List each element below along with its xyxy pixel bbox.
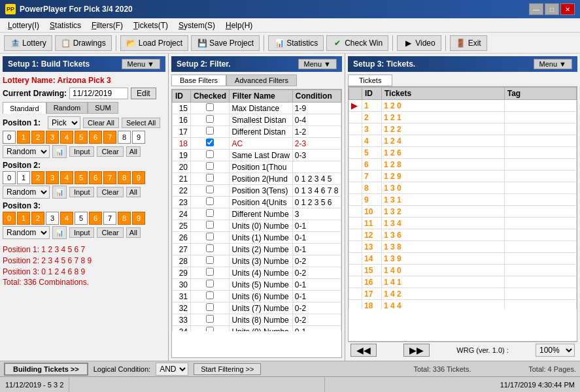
filter-checkbox[interactable] [206, 233, 214, 240]
filter-checkbox[interactable] [206, 244, 214, 252]
filter-check-cell[interactable] [191, 291, 230, 302]
filter-checkbox[interactable] [206, 256, 214, 264]
pos2-num-5[interactable]: 5 [75, 171, 88, 184]
left-panel-menu[interactable]: Menu ▼ [122, 59, 160, 69]
filter-check-cell[interactable] [191, 267, 230, 279]
toolbar-lottery[interactable]: 🏦 Lottery [4, 35, 52, 51]
filter-check-cell[interactable] [191, 314, 230, 326]
nav-first[interactable]: ◀◀ [350, 344, 377, 357]
filter-check-cell[interactable] [191, 197, 230, 208]
filter-check-cell[interactable] [191, 302, 230, 314]
nav-last[interactable]: ▶▶ [403, 344, 430, 357]
pos2-num-6[interactable]: 6 [89, 171, 102, 184]
filter-checkbox[interactable] [206, 174, 214, 182]
pos1-input-btn[interactable]: Input [69, 146, 94, 157]
filter-check-cell[interactable] [191, 208, 230, 220]
filter-checkbox[interactable] [206, 103, 214, 111]
pos2-num-0[interactable]: 0 [3, 171, 16, 184]
middle-panel-menu[interactable]: Menu ▼ [298, 59, 337, 69]
filter-checkbox[interactable] [206, 268, 214, 276]
toolbar-statistics[interactable]: 📊 Statistics [268, 35, 324, 51]
pos1-all-btn[interactable]: All [126, 146, 141, 157]
filter-checkbox[interactable] [206, 197, 214, 205]
tab-tickets[interactable]: Tickets [348, 74, 392, 86]
close-button[interactable]: ✕ [560, 3, 575, 15]
pos3-num-5[interactable]: 5 [75, 212, 88, 225]
pos1-chart-btn[interactable]: 📊 [52, 145, 67, 158]
pos1-num-3[interactable]: 3 [46, 131, 59, 144]
filter-checkbox[interactable] [206, 280, 214, 287]
filter-checkbox[interactable] [206, 291, 214, 299]
pos2-num-1[interactable]: 1 [17, 171, 30, 184]
filter-checkbox[interactable] [206, 150, 214, 158]
pos2-num-7[interactable]: 7 [103, 171, 116, 184]
tab-standard[interactable]: Standard [3, 102, 46, 114]
filter-check-cell[interactable] [191, 126, 230, 138]
filter-check-cell[interactable] [191, 279, 230, 291]
pos2-num-9[interactable]: 9 [132, 171, 145, 184]
position-1-random[interactable]: Random [3, 145, 50, 158]
pos1-num-0[interactable]: 0 [3, 131, 16, 144]
position-1-pick[interactable]: Pick [48, 116, 80, 129]
pos2-num-3[interactable]: 3 [46, 171, 59, 184]
pos3-num-1[interactable]: 1 [17, 212, 30, 225]
pos2-num-2[interactable]: 2 [31, 171, 44, 184]
edit-button[interactable]: Edit [131, 88, 156, 99]
pos3-num-0[interactable]: 0 [3, 212, 16, 225]
pos3-num-3[interactable]: 3 [46, 212, 59, 225]
filter-checkbox[interactable] [206, 115, 214, 123]
start-filter-button[interactable]: Start Filtering >> [194, 363, 261, 375]
pos2-all-btn[interactable]: All [126, 187, 141, 197]
filter-check-cell[interactable] [191, 326, 230, 332]
pos1-num-5[interactable]: 5 [75, 131, 88, 144]
filter-check-cell[interactable] [191, 220, 230, 232]
build-tickets-button[interactable]: Building Tickets >> [4, 363, 88, 376]
filter-check-cell[interactable] [191, 138, 230, 150]
filter-check-cell[interactable] [191, 150, 230, 161]
filter-checkbox[interactable] [206, 209, 214, 217]
tickets-scroll[interactable]: ID Tickets Tag ▶11 2 021 2 131 2 241 2 4… [349, 87, 577, 309]
minimize-button[interactable]: — [529, 3, 543, 15]
pos1-num-1[interactable]: 1 [17, 131, 30, 144]
pos3-num-6[interactable]: 6 [89, 212, 102, 225]
filter-check-cell[interactable] [191, 161, 230, 173]
filter-check-cell[interactable] [191, 232, 230, 244]
pos2-num-4[interactable]: 4 [60, 171, 73, 184]
filter-check-cell[interactable] [191, 114, 230, 126]
menu-help[interactable]: Help(H) [220, 20, 258, 31]
filter-check-cell[interactable] [191, 103, 230, 114]
pos2-clear-btn[interactable]: Clear [97, 187, 123, 197]
filter-checkbox[interactable] [206, 315, 214, 323]
pos3-input-btn[interactable]: Input [69, 227, 94, 238]
tab-base-filters[interactable]: Base Filters [171, 74, 226, 86]
filter-check-cell[interactable] [191, 185, 230, 197]
pos2-input-btn[interactable]: Input [69, 187, 94, 197]
pos2-num-8[interactable]: 8 [118, 171, 131, 184]
filter-checkbox[interactable] [206, 162, 214, 170]
position-1-select-all[interactable]: Select All [122, 118, 160, 128]
pos3-num-7[interactable]: 7 [103, 212, 116, 225]
toolbar-video[interactable]: ▶ Video [397, 35, 441, 51]
pos3-clear-btn[interactable]: Clear [97, 227, 123, 238]
menu-tickets[interactable]: Tickets(T) [128, 20, 173, 31]
filter-checkbox[interactable] [206, 303, 214, 311]
position-3-random[interactable]: Random [3, 226, 50, 239]
tab-sum[interactable]: SUM [88, 102, 118, 114]
zoom-select[interactable]: 100% 75% 125% [536, 344, 575, 357]
filter-scroll[interactable]: ID Checked Filter Name Condition 15Max D… [172, 90, 341, 331]
filter-checkbox[interactable] [206, 127, 214, 135]
filter-checkbox[interactable] [206, 221, 214, 229]
pos3-all-btn[interactable]: All [126, 227, 141, 238]
pos3-num-9[interactable]: 9 [132, 212, 145, 225]
pos1-num-2[interactable]: 2 [31, 131, 44, 144]
pos2-chart-btn[interactable]: 📊 [52, 186, 67, 199]
filter-checkbox[interactable] [206, 139, 214, 146]
menu-system[interactable]: System(S) [173, 20, 220, 31]
pos1-num-6[interactable]: 6 [89, 131, 102, 144]
pos1-num-9[interactable]: 9 [132, 131, 145, 144]
maximize-button[interactable]: □ [545, 3, 559, 15]
toolbar-drawings[interactable]: 📋 Drawings [55, 35, 112, 51]
menu-filters[interactable]: Filters(F) [86, 20, 128, 31]
pos1-num-4[interactable]: 4 [60, 131, 73, 144]
filter-checkbox[interactable] [206, 327, 214, 331]
